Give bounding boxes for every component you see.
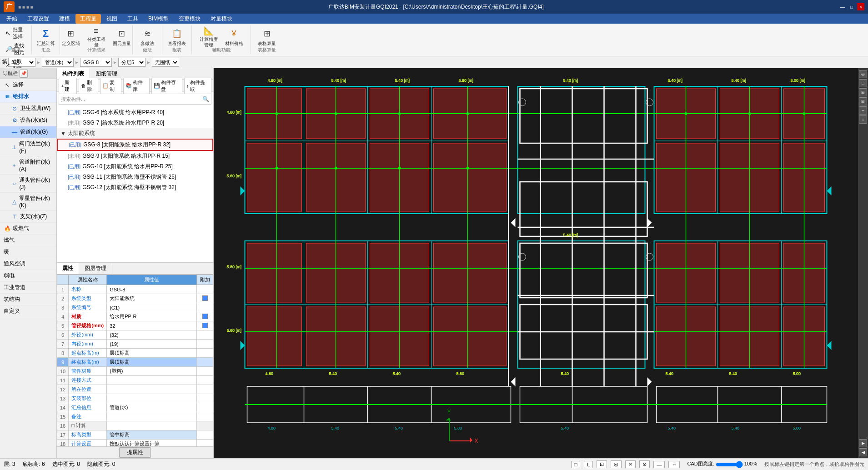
attr-val-10[interactable]: (塑料) — [107, 367, 197, 376]
nav-heating[interactable]: 🔥 暖燃气 — [0, 223, 56, 235]
right-tool-5[interactable]: ↔ — [859, 106, 867, 115]
maximize-btn[interactable]: □ — [848, 3, 855, 10]
brightness-slider[interactable] — [716, 461, 743, 468]
menu-build[interactable]: 建模 — [55, 14, 75, 24]
extract-component-btn[interactable]: ↑ 构件提取 — [184, 78, 211, 94]
save-component-btn[interactable]: 💾 构件存盘 — [151, 78, 182, 94]
attr-val-4[interactable]: 给水用PP-R — [107, 312, 197, 321]
attr-val-5[interactable]: 32 — [107, 321, 197, 330]
tab-attr[interactable]: 属性 — [57, 263, 79, 274]
nav-custom[interactable]: 自定义 — [0, 305, 56, 317]
define-region-btn[interactable]: ⊞ 定义区域 — [59, 25, 83, 48]
batch-select-btn[interactable]: ↖批量选择 — [4, 25, 28, 41]
attr-val-3[interactable]: (G1) — [107, 303, 197, 312]
zoom-select[interactable]: 无围纸 — [152, 58, 179, 67]
attr-val-6[interactable]: (32) — [107, 330, 197, 340]
nav-hvac[interactable]: 通风空调 — [0, 258, 56, 270]
minimize-btn[interactable]: — — [839, 3, 846, 10]
new-component-btn[interactable]: + 新建 — [59, 78, 77, 94]
nav-sanitary[interactable]: ⊙ 卫生器具(W) — [0, 103, 56, 115]
menu-compare[interactable]: 对量模块 — [206, 14, 237, 24]
nav-support[interactable]: ⊤ 支架(水)(Z) — [0, 211, 56, 223]
pipe-type-select[interactable]: 管道(水) — [42, 58, 74, 67]
system-select[interactable]: GSG-8 — [80, 58, 112, 67]
attr-val-12[interactable] — [107, 385, 197, 394]
floor2-select[interactable]: 分层5 — [118, 58, 146, 67]
nav-select[interactable]: ↖ 选择 — [0, 79, 56, 91]
right-tool-7[interactable]: ▶ — [859, 439, 867, 447]
attr-val-17[interactable]: 管中标高 — [107, 430, 197, 440]
search-box[interactable]: 🔍 — [59, 94, 211, 105]
right-tool-8[interactable]: ◀ — [859, 448, 867, 456]
list-item-gsg10[interactable]: [已用] GSG-10 [太阳能系统 给水用PP-R 25] — [57, 161, 213, 172]
nav-connector[interactable]: ○ 通头管件(水)(J) — [0, 175, 56, 193]
attr-check-2[interactable] — [197, 294, 213, 303]
category-solar[interactable]: ▼ 太阳能系统 — [57, 128, 213, 139]
menu-change[interactable]: 变更模块 — [174, 14, 205, 24]
nav-industrial[interactable]: 工业管道 — [0, 282, 56, 294]
attr-val-1[interactable]: GSG-8 — [107, 285, 197, 294]
view-report-btn[interactable]: 📋 查看报表 — [165, 25, 189, 48]
status-btn-ortho[interactable]: L — [584, 461, 593, 468]
element-quantity-btn[interactable]: ⊡ 图元查量 — [110, 25, 134, 48]
nav-equipment[interactable]: ⚙ 设备(水)(S) — [0, 115, 56, 126]
nav-gas[interactable]: 燃气 — [0, 235, 56, 246]
right-tool-6[interactable]: ↕ — [859, 115, 867, 124]
summarize-btn[interactable]: Σ 汇总计算 — [34, 25, 58, 48]
cad-canvas[interactable]: 4.80 [m] 5.40 [m] 5.40 [m] 5.80 [m] 5.40… — [214, 68, 858, 458]
status-btn-line[interactable]: ⊘ — [639, 460, 650, 468]
right-tool-1[interactable]: ◎ — [859, 70, 867, 78]
attr-val-9[interactable]: 层顶标高 — [107, 358, 197, 367]
right-tool-3[interactable]: ⊞ — [859, 88, 867, 96]
status-btn-dash[interactable]: — — [653, 461, 665, 468]
attr-check-5[interactable] — [197, 321, 213, 330]
menu-tools[interactable]: 工具 — [123, 14, 143, 24]
apply-method-btn[interactable]: ≋ 套做法 — [135, 25, 159, 48]
list-item-gsg9[interactable]: [未用] GSG-9 [太阳能系统 给水用PP-R 15] — [57, 151, 213, 161]
menu-view[interactable]: 视图 — [102, 14, 122, 24]
check-icon-4[interactable] — [202, 314, 208, 319]
right-tool-2[interactable]: □ — [859, 79, 867, 87]
tab-layer[interactable]: 图层管理 — [79, 263, 112, 274]
calc-precision-btn[interactable]: 📐 计算精度管理 — [197, 25, 221, 48]
attr-val-2[interactable]: 太阳能系统 — [107, 294, 197, 303]
delete-component-btn[interactable]: 🗑 删除 — [79, 78, 99, 94]
menu-bim[interactable]: BIM模型 — [144, 14, 173, 24]
nav-warm[interactable]: 暖 — [0, 246, 56, 258]
classify-quantity-btn[interactable]: ≡ 分类工程量 — [85, 25, 108, 48]
menu-project-settings[interactable]: 工程设置 — [23, 14, 54, 24]
status-btn-close[interactable]: ✕ — [625, 460, 636, 468]
nav-valve[interactable]: ⊥ 阀门法兰(水)(F) — [0, 138, 56, 156]
attr-val-8[interactable]: 层顶标高 — [107, 349, 197, 358]
list-item-gsg6[interactable]: [已用] GSG-6 [给水系统 给水用PP-R 40] — [57, 107, 213, 118]
list-item-gsg11[interactable]: [已用] GSG-11 [太阳能系统 海壁不锈钢管 25] — [57, 172, 213, 182]
attr-val-11[interactable] — [107, 376, 197, 385]
list-item-gsg8[interactable]: [已用] GSG-8 [太阳能系统 给水用PP-R 32] — [57, 139, 213, 151]
attr-check-4[interactable] — [197, 312, 213, 321]
list-item-gsg7[interactable]: [未用] GSG-7 [给水系统 给水用PP-R 20] — [57, 118, 213, 128]
check-icon-2[interactable] — [202, 295, 208, 301]
attr-val-14[interactable]: 管道(水) — [107, 403, 197, 412]
right-tool-4[interactable]: ⊟ — [859, 97, 867, 105]
status-btn-polar[interactable]: ⊡ — [597, 460, 607, 468]
copy-component-btn[interactable]: 📋 复制 — [100, 78, 121, 94]
nav-structure[interactable]: 筑结构 — [0, 294, 56, 305]
nav-misc-fitting[interactable]: △ 零星管件(水)(K) — [0, 193, 56, 211]
nav-electrical[interactable]: 弱电 — [0, 270, 56, 282]
apply-attr-btn[interactable]: 提属性 — [119, 447, 151, 458]
status-btn-osnap[interactable]: ◎ — [611, 460, 622, 468]
close-btn[interactable]: × — [857, 3, 864, 10]
attr-val-18[interactable]: 按默认认计算设置计算 — [107, 440, 197, 447]
menu-start[interactable]: 开始 — [2, 14, 22, 24]
nav-drainage[interactable]: ≋ 给排水 — [0, 91, 56, 103]
status-btn-snap[interactable]: □ — [571, 461, 581, 468]
nav-pipe-fitting[interactable]: + 管道附件(水)(A) — [0, 156, 56, 175]
attr-val-15[interactable] — [107, 412, 197, 421]
status-btn-arrow[interactable]: ↔ — [668, 461, 680, 468]
check-icon-5[interactable] — [202, 323, 208, 328]
menu-quantity[interactable]: 工程量 — [75, 14, 101, 24]
attr-val-7[interactable]: (19) — [107, 340, 197, 349]
material-price-btn[interactable]: ¥ 材料价格 — [222, 25, 246, 48]
table-calc-btn[interactable]: ⊞ 表格算量 — [255, 25, 279, 48]
window-controls[interactable]: — □ × — [839, 3, 864, 10]
